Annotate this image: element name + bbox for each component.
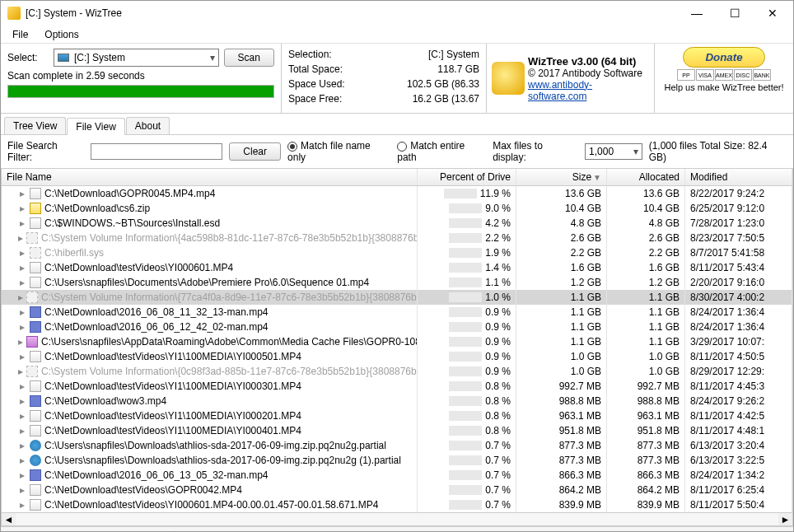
- expand-icon[interactable]: ▸: [18, 499, 26, 511]
- table-row[interactable]: ▸C:\NetDownload\testVideos\YI1\100MEDIA\…: [2, 349, 792, 364]
- clear-button[interactable]: Clear: [229, 142, 281, 161]
- table-row[interactable]: ▸C:\Users\snapfiles\AppData\Roaming\Adob…: [2, 334, 792, 349]
- horizontal-scrollbar[interactable]: ◄ ►: [1, 512, 793, 526]
- table-row[interactable]: ▸C:\NetDownload\testVideos\YI000601.MP4-…: [2, 497, 792, 512]
- scroll-left-icon[interactable]: ◄: [2, 513, 16, 525]
- match-path-radio[interactable]: Match entire path: [397, 140, 486, 163]
- table-row[interactable]: ▸C:\NetDownload\testVideos\YI1\100MEDIA\…: [2, 408, 792, 423]
- table-row[interactable]: ▸C:\NetDownload\testVideos\YI1\100MEDIA\…: [2, 379, 792, 394]
- table-row[interactable]: ▸C:\Users\snapfiles\Downloads\athlios-sd…: [2, 453, 792, 468]
- table-row[interactable]: ▸C:\System Volume Information\{77ca4f0a-…: [2, 290, 792, 305]
- drive-combo[interactable]: [C:] System: [54, 49, 219, 67]
- app-name: WizTree v3.00 (64 bit): [528, 55, 636, 68]
- expand-icon[interactable]: ▸: [18, 395, 26, 407]
- size-value: 877.3 MB: [516, 453, 607, 468]
- expand-icon[interactable]: ▸: [18, 410, 26, 422]
- alloc-value: 877.3 MB: [607, 438, 685, 453]
- maximize-button[interactable]: ☐: [716, 1, 754, 26]
- file-icon: [30, 410, 41, 422]
- table-row[interactable]: ▸C:\NetDownload\2016_06_06_13_05_32-man.…: [2, 468, 792, 483]
- select-label: Select:: [7, 52, 49, 63]
- file-grid[interactable]: ▸C:\NetDownload\GOPR0045.MP4.mp411.9 %13…: [1, 186, 793, 512]
- expand-icon[interactable]: ▸: [18, 203, 26, 214]
- tab-file-view[interactable]: File View: [67, 118, 124, 135]
- size-value: 13.6 GB: [516, 186, 607, 201]
- pct-value: 0.8 %: [485, 380, 511, 392]
- table-row[interactable]: ▸C:\NetDownload\2016_06_06_12_42_02-man.…: [2, 320, 792, 334]
- expand-icon[interactable]: ▸: [18, 351, 26, 362]
- pct-value: 0.7 %: [485, 499, 511, 511]
- size-value: 1.2 GB: [516, 275, 607, 290]
- expand-icon[interactable]: ▸: [18, 188, 26, 199]
- size-value: 1.1 GB: [516, 320, 607, 334]
- expand-icon[interactable]: ▸: [18, 380, 26, 392]
- close-button[interactable]: ✕: [754, 1, 792, 26]
- expand-icon[interactable]: ▸: [18, 217, 26, 229]
- pct-value: 11.9 %: [480, 188, 511, 199]
- tab-tree-view[interactable]: Tree View: [4, 117, 66, 134]
- menu-options[interactable]: Options: [36, 27, 86, 42]
- alloc-value: 2.6 GB: [607, 231, 685, 245]
- file-name: C:\System Volume Information\{0c98f3ad-8…: [41, 366, 418, 377]
- table-row[interactable]: ▸C:\NetDownload\testVideos\YI000601.MP41…: [2, 260, 792, 275]
- expand-icon[interactable]: ▸: [18, 455, 26, 466]
- expand-icon[interactable]: ▸: [18, 440, 26, 451]
- expand-icon[interactable]: ▸: [18, 484, 26, 496]
- table-row[interactable]: ▸C:\NetDownload\testVideos\YI1\100MEDIA\…: [2, 423, 792, 438]
- size-value: 1.6 GB: [516, 260, 607, 275]
- col-size[interactable]: Size▼: [516, 169, 607, 185]
- col-modified[interactable]: Modified: [685, 169, 792, 185]
- file-name: C:\System Volume Information\{77ca4f0a-8…: [41, 292, 418, 303]
- table-row[interactable]: ▸C:\System Volume Information\{4ac598b8-…: [2, 231, 792, 245]
- table-row[interactable]: ▸C:\NetDownload\GOPR0045.MP4.mp411.9 %13…: [2, 186, 792, 201]
- col-filename[interactable]: File Name: [2, 169, 418, 185]
- table-row[interactable]: ▸C:\NetDownload\cs6.zip9.0 %10.4 GB10.4 …: [2, 201, 792, 216]
- tab-about[interactable]: About: [126, 117, 170, 134]
- table-row[interactable]: ▸C:\hiberfil.sys1.9 %2.2 GB2.2 GB8/7/201…: [2, 245, 792, 260]
- menubar: File Options: [1, 26, 793, 44]
- table-row[interactable]: ▸C:\System Volume Information\{0c98f3ad-…: [2, 364, 792, 379]
- expand-icon[interactable]: ▸: [18, 277, 26, 288]
- expand-icon[interactable]: ▸: [18, 306, 26, 318]
- col-allocated[interactable]: Allocated: [607, 169, 685, 185]
- expand-icon[interactable]: ▸: [18, 247, 26, 259]
- file-name: C:\NetDownload\2016_06_08_11_32_13-man.m…: [44, 306, 269, 318]
- file-icon: [30, 425, 41, 436]
- copyright: © 2017 Antibody Software: [528, 68, 642, 79]
- match-name-radio[interactable]: Match file name only: [287, 140, 390, 163]
- file-icon: [30, 395, 41, 407]
- scroll-track[interactable]: [16, 513, 778, 525]
- file-name: C:\NetDownload\testVideos\GOPR0042.MP4: [44, 484, 242, 496]
- table-row[interactable]: ▸C:\NetDownload\wow3.mp40.8 %988.8 MB988…: [2, 394, 792, 408]
- donate-button[interactable]: Donate: [683, 47, 764, 68]
- expand-icon[interactable]: ▸: [18, 366, 23, 377]
- pct-value: 0.9 %: [485, 336, 511, 348]
- mod-value: 8/11/2017 5:50:4: [685, 497, 792, 512]
- menu-file[interactable]: File: [4, 27, 36, 42]
- website-link[interactable]: www.antibody-software.com: [528, 79, 592, 102]
- alloc-value: 1.1 GB: [607, 290, 685, 305]
- expand-icon[interactable]: ▸: [18, 262, 26, 273]
- table-row[interactable]: ▸C:\$WINDOWS.~BT\Sources\Install.esd4.2 …: [2, 216, 792, 231]
- expand-icon[interactable]: ▸: [18, 469, 26, 481]
- expand-icon[interactable]: ▸: [18, 321, 26, 333]
- table-row[interactable]: ▸C:\Users\snapfiles\Documents\Adobe\Prem…: [2, 275, 792, 290]
- file-icon: [30, 455, 41, 466]
- card-icon: PP: [677, 69, 695, 81]
- filter-input[interactable]: [91, 143, 222, 160]
- scan-button[interactable]: Scan: [224, 49, 274, 67]
- col-percent[interactable]: Percent of Drive: [418, 169, 516, 185]
- table-row[interactable]: ▸C:\NetDownload\2016_06_08_11_32_13-man.…: [2, 305, 792, 320]
- file-name: C:\NetDownload\testVideos\YI1\100MEDIA\Y…: [44, 351, 301, 362]
- expand-icon[interactable]: ▸: [18, 425, 26, 436]
- expand-icon[interactable]: ▸: [18, 336, 23, 348]
- table-row[interactable]: ▸C:\Users\snapfiles\Downloads\athlios-sd…: [2, 438, 792, 453]
- max-files-combo[interactable]: 1,000: [585, 143, 642, 160]
- minimize-button[interactable]: —: [678, 1, 716, 26]
- scroll-right-icon[interactable]: ►: [778, 513, 792, 525]
- expand-icon[interactable]: ▸: [18, 232, 23, 244]
- max-files-value: 1,000: [589, 146, 614, 157]
- expand-icon[interactable]: ▸: [18, 292, 23, 303]
- pct-value: 0.9 %: [485, 366, 511, 377]
- table-row[interactable]: ▸C:\NetDownload\testVideos\GOPR0042.MP40…: [2, 483, 792, 497]
